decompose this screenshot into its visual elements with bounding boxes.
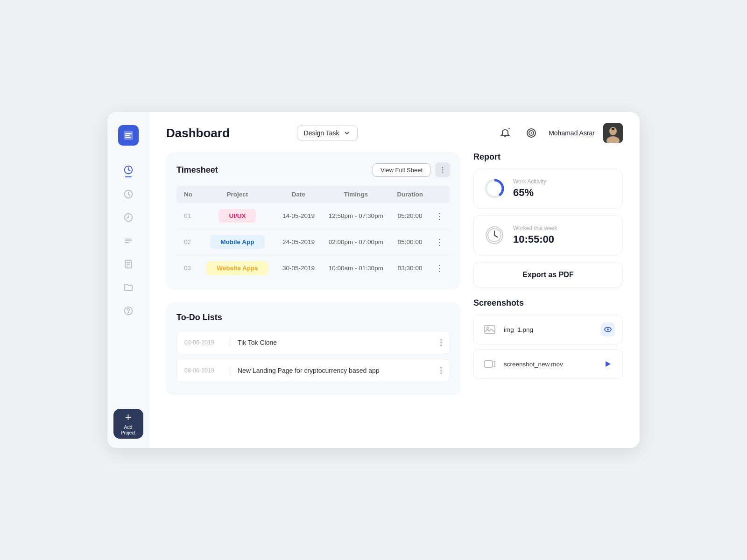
sidebar-nav	[107, 161, 149, 400]
header-icons: Mohamad Asrar	[496, 123, 623, 143]
svg-point-15	[128, 312, 128, 313]
worked-week-value: 10:55:00	[513, 233, 557, 245]
svg-rect-36	[485, 361, 493, 367]
svg-point-24	[442, 169, 444, 171]
list-item: 08-06-2019 New Landing Page for cryptocu…	[176, 359, 450, 382]
row-project: Mobile App	[199, 229, 275, 255]
col-date: Date	[276, 186, 322, 203]
avatar	[603, 123, 623, 143]
svg-rect-22	[612, 128, 614, 130]
row-date: 24-05-2019	[276, 229, 322, 255]
row-duration: 03:30:00	[390, 255, 429, 281]
svg-point-33	[487, 327, 489, 329]
svg-point-23	[442, 167, 444, 168]
screenshots-list: img_1.png screenshot_new.mov	[473, 315, 623, 379]
table-row: 01 UI/UX 14-05-2019 12:50pm - 07:30pm 05…	[176, 203, 450, 229]
pie-chart-icon	[484, 178, 505, 199]
todo-header: To-Do Lists	[176, 313, 450, 322]
eye-icon	[604, 325, 612, 334]
row-no: 03	[176, 255, 199, 281]
todo-divider	[231, 338, 231, 347]
row-no: 01	[176, 203, 199, 229]
work-activity-icon-wrap	[483, 177, 506, 200]
sidebar-item-help[interactable]	[116, 301, 141, 321]
timesheet-more-button[interactable]	[435, 162, 450, 177]
todo-date: 03-06-2019	[184, 339, 224, 346]
table-row: 03 Website Apps 30-05-2019 10:00am - 01:…	[176, 255, 450, 281]
todo-more-button[interactable]	[440, 367, 442, 374]
dots-vertical-icon	[438, 166, 447, 174]
work-activity-info: Work Acitivity 65%	[513, 178, 546, 199]
sidebar-item-dashboard[interactable]	[116, 161, 141, 181]
content-grid: Timesheet View Full Sheet	[149, 152, 640, 448]
todo-text: New Landing Page for cryptocurrency base…	[238, 367, 440, 374]
play-screenshot-button[interactable]	[601, 357, 615, 371]
row-no: 02	[176, 229, 199, 255]
clock-icon	[484, 224, 505, 246]
timesheet-table: No Project Date Timings Duration 01 UI/U…	[176, 186, 450, 281]
worked-week-card: Worked this week 10:55:00	[473, 215, 623, 255]
col-timings: Timings	[321, 186, 390, 203]
svg-rect-2	[125, 135, 130, 136]
page-title: Dashboard	[166, 126, 289, 140]
sidebar-item-folder[interactable]	[116, 277, 141, 298]
timesheet-title: Timesheet	[176, 165, 373, 175]
target-icon	[526, 127, 537, 139]
row-date: 14-05-2019	[276, 203, 322, 229]
screenshot-file-icon	[481, 321, 498, 338]
project-badge: Mobile App	[210, 235, 264, 249]
timesheet-header: Timesheet View Full Sheet	[176, 162, 450, 177]
export-pdf-button[interactable]: Export as PDF	[473, 262, 623, 288]
view-full-sheet-button[interactable]: View Full Sheet	[373, 163, 430, 177]
project-badge: Website Apps	[206, 261, 268, 275]
svg-rect-32	[485, 325, 495, 334]
add-project-button[interactable]: + Add Project	[113, 409, 143, 439]
image-icon	[483, 323, 496, 336]
todo-section: To-Do Lists 03-06-2019 Tik Tok Clone 08-…	[166, 302, 460, 395]
row-duration: 05:00:00	[390, 229, 429, 255]
svg-rect-1	[125, 133, 132, 134]
screenshot-item: img_1.png	[473, 315, 623, 344]
sidebar-item-list[interactable]	[116, 231, 141, 251]
notification-button[interactable]	[496, 124, 514, 142]
list-item: 03-06-2019 Tik Tok Clone	[176, 331, 450, 354]
screenshots-section: Screenshots img_1.png screenshot_new.mov	[473, 298, 623, 384]
play-icon	[604, 360, 612, 368]
row-action[interactable]: ⋮	[430, 203, 450, 229]
dropdown-label: Design Task	[304, 129, 339, 137]
screenshot-filename: img_1.png	[504, 326, 595, 333]
col-no: No	[176, 186, 199, 203]
sidebar: + Add Project	[107, 112, 149, 448]
sidebar-item-document[interactable]	[116, 254, 141, 274]
chevron-down-icon	[343, 129, 351, 137]
app-card: + Add Project Dashboard Design Task	[107, 112, 640, 448]
row-action[interactable]: ⋮	[430, 229, 450, 255]
active-indicator	[125, 176, 132, 177]
row-action[interactable]: ⋮	[430, 255, 450, 281]
todo-text: Tik Tok Clone	[238, 339, 440, 346]
col-duration: Duration	[390, 186, 429, 203]
worked-week-label: Worked this week	[513, 225, 557, 231]
svg-point-35	[607, 329, 609, 330]
username-label: Mohamad Asrar	[549, 129, 595, 137]
row-duration: 05:20:00	[390, 203, 429, 229]
avatar-image	[603, 123, 623, 143]
todo-more-button[interactable]	[440, 339, 442, 346]
work-activity-label: Work Acitivity	[513, 178, 546, 185]
video-icon	[483, 357, 496, 371]
row-timings: 02:00pm - 07:00pm	[321, 229, 390, 255]
table-row: 02 Mobile App 24-05-2019 02:00pm - 07:00…	[176, 229, 450, 255]
sidebar-item-clock2[interactable]	[116, 207, 141, 228]
row-project: UI/UX	[199, 203, 275, 229]
screenshots-title: Screenshots	[473, 298, 623, 308]
svg-marker-37	[606, 361, 611, 367]
sidebar-item-clock1[interactable]	[116, 184, 141, 204]
view-screenshot-button[interactable]	[601, 322, 615, 336]
col-project: Project	[199, 186, 275, 203]
svg-line-31	[494, 235, 497, 237]
row-date: 30-05-2019	[276, 255, 322, 281]
main-content: Dashboard Design Task	[149, 112, 640, 448]
task-dropdown[interactable]: Design Task	[297, 126, 358, 140]
work-activity-card: Work Acitivity 65%	[473, 168, 623, 209]
settings-button[interactable]	[522, 124, 540, 142]
